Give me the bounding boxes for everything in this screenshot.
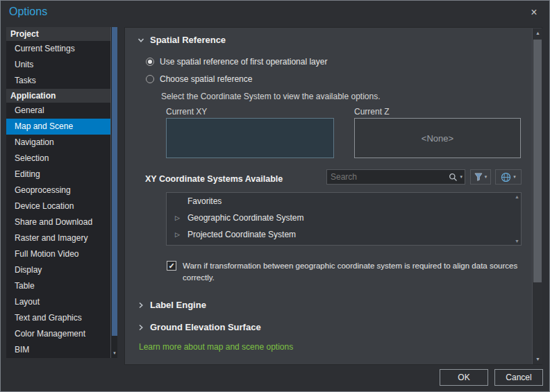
current-z-value: <None> xyxy=(422,133,453,144)
radio-selected-icon xyxy=(146,58,154,66)
sidebar-item-device-location[interactable]: Device Location xyxy=(6,198,110,214)
content-scroll-up-icon[interactable]: ▲ xyxy=(533,28,543,38)
sidebar-item-color-management[interactable]: Color Management xyxy=(6,326,110,342)
list-item-label: Favorites xyxy=(188,196,222,206)
sidebar-section-header-application: Application xyxy=(6,89,110,103)
sidebar-item-text-and-graphics[interactable]: Text and Graphics xyxy=(6,310,110,326)
search-input[interactable] xyxy=(331,171,433,183)
sidebar-item-share-and-download[interactable]: Share and Download xyxy=(6,214,110,230)
sidebar-scrollbar[interactable]: ▼ xyxy=(110,27,117,358)
cancel-button[interactable]: Cancel xyxy=(494,369,543,386)
sidebar-item-table[interactable]: Table xyxy=(6,278,110,294)
current-z-label: Current Z xyxy=(354,107,390,117)
search-dropdown-icon[interactable]: ▾ xyxy=(460,174,462,180)
close-icon: × xyxy=(531,6,537,18)
sidebar-item-display[interactable]: Display xyxy=(6,262,110,278)
list-scroll-down-icon[interactable]: ▼ xyxy=(515,239,519,244)
search-icon[interactable] xyxy=(449,173,458,182)
search-box: ▾ xyxy=(326,169,465,185)
expand-icon[interactable]: ▷ xyxy=(175,226,180,243)
sidebar-item-bim[interactable]: BIM xyxy=(6,342,110,358)
radio-unselected-icon xyxy=(146,75,154,83)
globe-dropdown-icon: ▾ xyxy=(513,174,516,180)
sidebar-item-current-settings[interactable]: Current Settings xyxy=(6,41,110,57)
sidebar-item-selection[interactable]: Selection xyxy=(6,151,110,167)
sidebar-item-geoprocessing[interactable]: Geoprocessing xyxy=(6,182,110,198)
radio-use-first-layer-label: Use spatial reference of first operation… xyxy=(160,57,327,67)
sidebar-item-map-and-scene[interactable]: Map and Scene xyxy=(6,119,110,135)
section-title: Spatial Reference xyxy=(150,35,226,45)
list-scroll-up-icon[interactable]: ▲ xyxy=(515,194,519,199)
content-scrollbar[interactable]: ▲ ▼ xyxy=(532,28,542,364)
section-header-ground-elevation-surface[interactable]: Ground Elevation Surface xyxy=(138,322,261,332)
chevron-right-icon xyxy=(138,324,144,331)
globe-icon xyxy=(501,172,511,182)
current-xy-label: Current XY xyxy=(166,107,207,117)
sidebar-item-layout[interactable]: Layout xyxy=(6,294,110,310)
chevron-down-icon xyxy=(138,37,144,44)
sidebar-section-header-project: Project xyxy=(6,27,110,41)
radio-choose-label: Choose spatial reference xyxy=(160,74,252,84)
list-item-label: Projected Coordinate System xyxy=(188,230,296,239)
list-item-label: Geographic Coordinate System xyxy=(188,213,303,223)
titlebar: Options × xyxy=(1,1,549,26)
radio-use-first-layer[interactable]: Use spatial reference of first operation… xyxy=(146,57,327,67)
learn-more-link[interactable]: Learn more about map and scene options xyxy=(139,342,293,352)
ok-button[interactable]: OK xyxy=(440,369,488,386)
sidebar-item-raster-and-imagery[interactable]: Raster and Imagery xyxy=(6,230,110,246)
sidebar-item-tasks[interactable]: Tasks xyxy=(6,73,110,89)
section-header-label-engine[interactable]: Label Engine xyxy=(138,300,206,310)
checkbox-checked[interactable]: ✓ xyxy=(167,261,176,271)
section-header-spatial-reference[interactable]: Spatial Reference xyxy=(138,35,226,45)
sidebar-item-full-motion-video[interactable]: Full Motion Video xyxy=(6,246,110,262)
sidebar-item-navigation[interactable]: Navigation xyxy=(6,135,110,151)
warn-transformation-label: Warn if transformation between geographi… xyxy=(183,260,522,283)
sidebar-scrollbar-thumb[interactable] xyxy=(112,27,117,336)
radio-choose-spatial-reference[interactable]: Choose spatial reference xyxy=(146,74,252,84)
chevron-right-icon xyxy=(138,302,144,309)
xy-coordinate-systems-available-label: XY Coordinate Systems Available xyxy=(145,174,283,184)
sidebar-item-units[interactable]: Units xyxy=(6,57,110,73)
sidebar: Project Current Settings Units Tasks App… xyxy=(6,27,110,358)
current-xy-box xyxy=(166,118,334,158)
current-z-box: <None> xyxy=(354,118,521,158)
sidebar-item-editing[interactable]: Editing xyxy=(6,167,110,182)
warn-transformation-checkbox-row[interactable]: ✓ Warn if transformation between geograp… xyxy=(167,260,522,283)
options-dialog: Options × Project Current Settings Units… xyxy=(0,0,550,392)
globe-button[interactable]: ▾ xyxy=(495,169,522,185)
close-button[interactable]: × xyxy=(526,4,542,21)
filter-dropdown-icon: ▾ xyxy=(485,174,488,180)
content-scroll-down-icon[interactable]: ▼ xyxy=(533,355,543,364)
expand-icon[interactable]: ▷ xyxy=(175,210,180,226)
list-item-projected-coordinate-system[interactable]: ▷ Projected Coordinate System xyxy=(167,226,521,243)
window-title: Options xyxy=(9,6,47,18)
coordinate-systems-list: Favorites ▷ Geographic Coordinate System… xyxy=(166,192,522,246)
sidebar-scroll-down-icon[interactable]: ▼ xyxy=(111,349,118,357)
content-scrollbar-thumb[interactable] xyxy=(533,40,542,282)
list-item-favorites[interactable]: Favorites xyxy=(167,193,521,210)
section-title: Label Engine xyxy=(150,300,206,310)
filter-icon xyxy=(474,173,483,181)
check-icon: ✓ xyxy=(168,262,174,270)
coordinate-system-hint: Select the Coordinate System to view the… xyxy=(161,92,381,101)
filter-button[interactable]: ▾ xyxy=(470,169,491,185)
list-item-geographic-coordinate-system[interactable]: ▷ Geographic Coordinate System xyxy=(167,210,521,226)
sidebar-item-general[interactable]: General xyxy=(6,103,110,119)
section-title: Ground Elevation Surface xyxy=(150,322,261,332)
content-panel: Spatial Reference Use spatial reference … xyxy=(124,27,542,365)
